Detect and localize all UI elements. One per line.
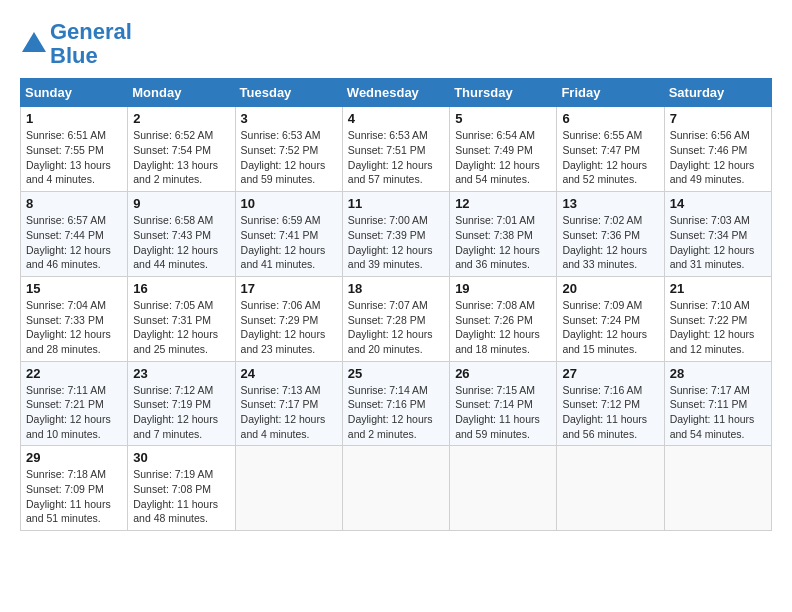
- day-number: 16: [133, 281, 229, 296]
- day-number: 25: [348, 366, 444, 381]
- calendar-cell: 1Sunrise: 6:51 AMSunset: 7:55 PMDaylight…: [21, 107, 128, 192]
- calendar-table: SundayMondayTuesdayWednesdayThursdayFrid…: [20, 78, 772, 531]
- day-number: 22: [26, 366, 122, 381]
- day-number: 13: [562, 196, 658, 211]
- calendar-cell: 17Sunrise: 7:06 AMSunset: 7:29 PMDayligh…: [235, 276, 342, 361]
- calendar-cell: 13Sunrise: 7:02 AMSunset: 7:36 PMDayligh…: [557, 192, 664, 277]
- calendar-cell: 22Sunrise: 7:11 AMSunset: 7:21 PMDayligh…: [21, 361, 128, 446]
- day-number: 23: [133, 366, 229, 381]
- calendar-cell: 6Sunrise: 6:55 AMSunset: 7:47 PMDaylight…: [557, 107, 664, 192]
- day-info: Sunrise: 7:08 AMSunset: 7:26 PMDaylight:…: [455, 298, 551, 357]
- day-info: Sunrise: 7:04 AMSunset: 7:33 PMDaylight:…: [26, 298, 122, 357]
- calendar-cell: 7Sunrise: 6:56 AMSunset: 7:46 PMDaylight…: [664, 107, 771, 192]
- day-number: 4: [348, 111, 444, 126]
- day-number: 2: [133, 111, 229, 126]
- day-number: 26: [455, 366, 551, 381]
- day-info: Sunrise: 7:02 AMSunset: 7:36 PMDaylight:…: [562, 213, 658, 272]
- day-info: Sunrise: 7:11 AMSunset: 7:21 PMDaylight:…: [26, 383, 122, 442]
- day-info: Sunrise: 6:53 AMSunset: 7:52 PMDaylight:…: [241, 128, 337, 187]
- day-info: Sunrise: 6:59 AMSunset: 7:41 PMDaylight:…: [241, 213, 337, 272]
- calendar-cell: 14Sunrise: 7:03 AMSunset: 7:34 PMDayligh…: [664, 192, 771, 277]
- day-info: Sunrise: 7:15 AMSunset: 7:14 PMDaylight:…: [455, 383, 551, 442]
- calendar-cell: 21Sunrise: 7:10 AMSunset: 7:22 PMDayligh…: [664, 276, 771, 361]
- weekday-header-tuesday: Tuesday: [235, 79, 342, 107]
- weekday-header-thursday: Thursday: [450, 79, 557, 107]
- svg-marker-0: [22, 32, 46, 52]
- logo-text: GeneralBlue: [50, 20, 132, 68]
- day-info: Sunrise: 7:01 AMSunset: 7:38 PMDaylight:…: [455, 213, 551, 272]
- day-number: 11: [348, 196, 444, 211]
- day-number: 8: [26, 196, 122, 211]
- day-info: Sunrise: 6:51 AMSunset: 7:55 PMDaylight:…: [26, 128, 122, 187]
- calendar-cell: 28Sunrise: 7:17 AMSunset: 7:11 PMDayligh…: [664, 361, 771, 446]
- weekday-header-sunday: Sunday: [21, 79, 128, 107]
- calendar-cell: 25Sunrise: 7:14 AMSunset: 7:16 PMDayligh…: [342, 361, 449, 446]
- day-number: 18: [348, 281, 444, 296]
- calendar-cell: 27Sunrise: 7:16 AMSunset: 7:12 PMDayligh…: [557, 361, 664, 446]
- day-info: Sunrise: 7:09 AMSunset: 7:24 PMDaylight:…: [562, 298, 658, 357]
- day-number: 7: [670, 111, 766, 126]
- calendar-cell: 5Sunrise: 6:54 AMSunset: 7:49 PMDaylight…: [450, 107, 557, 192]
- day-info: Sunrise: 6:53 AMSunset: 7:51 PMDaylight:…: [348, 128, 444, 187]
- day-number: 21: [670, 281, 766, 296]
- logo-icon: [20, 30, 48, 58]
- calendar-cell: [557, 446, 664, 531]
- calendar-cell: 23Sunrise: 7:12 AMSunset: 7:19 PMDayligh…: [128, 361, 235, 446]
- day-info: Sunrise: 7:07 AMSunset: 7:28 PMDaylight:…: [348, 298, 444, 357]
- calendar-cell: 10Sunrise: 6:59 AMSunset: 7:41 PMDayligh…: [235, 192, 342, 277]
- day-info: Sunrise: 6:54 AMSunset: 7:49 PMDaylight:…: [455, 128, 551, 187]
- page-header: GeneralBlue: [20, 20, 772, 68]
- day-info: Sunrise: 7:06 AMSunset: 7:29 PMDaylight:…: [241, 298, 337, 357]
- calendar-cell: 19Sunrise: 7:08 AMSunset: 7:26 PMDayligh…: [450, 276, 557, 361]
- day-info: Sunrise: 7:19 AMSunset: 7:08 PMDaylight:…: [133, 467, 229, 526]
- day-number: 27: [562, 366, 658, 381]
- calendar-cell: 18Sunrise: 7:07 AMSunset: 7:28 PMDayligh…: [342, 276, 449, 361]
- day-info: Sunrise: 7:12 AMSunset: 7:19 PMDaylight:…: [133, 383, 229, 442]
- calendar-cell: 8Sunrise: 6:57 AMSunset: 7:44 PMDaylight…: [21, 192, 128, 277]
- weekday-header-friday: Friday: [557, 79, 664, 107]
- calendar-cell: 20Sunrise: 7:09 AMSunset: 7:24 PMDayligh…: [557, 276, 664, 361]
- weekday-header-saturday: Saturday: [664, 79, 771, 107]
- day-info: Sunrise: 7:17 AMSunset: 7:11 PMDaylight:…: [670, 383, 766, 442]
- calendar-cell: 12Sunrise: 7:01 AMSunset: 7:38 PMDayligh…: [450, 192, 557, 277]
- calendar-cell: [664, 446, 771, 531]
- day-number: 14: [670, 196, 766, 211]
- day-info: Sunrise: 7:10 AMSunset: 7:22 PMDaylight:…: [670, 298, 766, 357]
- calendar-cell: 15Sunrise: 7:04 AMSunset: 7:33 PMDayligh…: [21, 276, 128, 361]
- day-number: 19: [455, 281, 551, 296]
- day-info: Sunrise: 7:13 AMSunset: 7:17 PMDaylight:…: [241, 383, 337, 442]
- day-number: 30: [133, 450, 229, 465]
- calendar-cell: 29Sunrise: 7:18 AMSunset: 7:09 PMDayligh…: [21, 446, 128, 531]
- calendar-cell: 30Sunrise: 7:19 AMSunset: 7:08 PMDayligh…: [128, 446, 235, 531]
- day-info: Sunrise: 6:52 AMSunset: 7:54 PMDaylight:…: [133, 128, 229, 187]
- calendar-cell: [342, 446, 449, 531]
- day-number: 28: [670, 366, 766, 381]
- calendar-cell: 2Sunrise: 6:52 AMSunset: 7:54 PMDaylight…: [128, 107, 235, 192]
- day-number: 15: [26, 281, 122, 296]
- day-number: 17: [241, 281, 337, 296]
- day-info: Sunrise: 6:56 AMSunset: 7:46 PMDaylight:…: [670, 128, 766, 187]
- day-number: 5: [455, 111, 551, 126]
- day-info: Sunrise: 6:57 AMSunset: 7:44 PMDaylight:…: [26, 213, 122, 272]
- day-number: 10: [241, 196, 337, 211]
- calendar-cell: 9Sunrise: 6:58 AMSunset: 7:43 PMDaylight…: [128, 192, 235, 277]
- calendar-cell: 4Sunrise: 6:53 AMSunset: 7:51 PMDaylight…: [342, 107, 449, 192]
- day-info: Sunrise: 6:55 AMSunset: 7:47 PMDaylight:…: [562, 128, 658, 187]
- logo: GeneralBlue: [20, 20, 132, 68]
- weekday-header-monday: Monday: [128, 79, 235, 107]
- calendar-cell: [450, 446, 557, 531]
- day-info: Sunrise: 7:18 AMSunset: 7:09 PMDaylight:…: [26, 467, 122, 526]
- day-info: Sunrise: 7:16 AMSunset: 7:12 PMDaylight:…: [562, 383, 658, 442]
- day-number: 1: [26, 111, 122, 126]
- calendar-cell: [235, 446, 342, 531]
- day-info: Sunrise: 6:58 AMSunset: 7:43 PMDaylight:…: [133, 213, 229, 272]
- day-number: 29: [26, 450, 122, 465]
- day-number: 9: [133, 196, 229, 211]
- calendar-cell: 3Sunrise: 6:53 AMSunset: 7:52 PMDaylight…: [235, 107, 342, 192]
- day-number: 20: [562, 281, 658, 296]
- day-info: Sunrise: 7:05 AMSunset: 7:31 PMDaylight:…: [133, 298, 229, 357]
- calendar-cell: 16Sunrise: 7:05 AMSunset: 7:31 PMDayligh…: [128, 276, 235, 361]
- calendar-cell: 26Sunrise: 7:15 AMSunset: 7:14 PMDayligh…: [450, 361, 557, 446]
- weekday-header-wednesday: Wednesday: [342, 79, 449, 107]
- day-info: Sunrise: 7:00 AMSunset: 7:39 PMDaylight:…: [348, 213, 444, 272]
